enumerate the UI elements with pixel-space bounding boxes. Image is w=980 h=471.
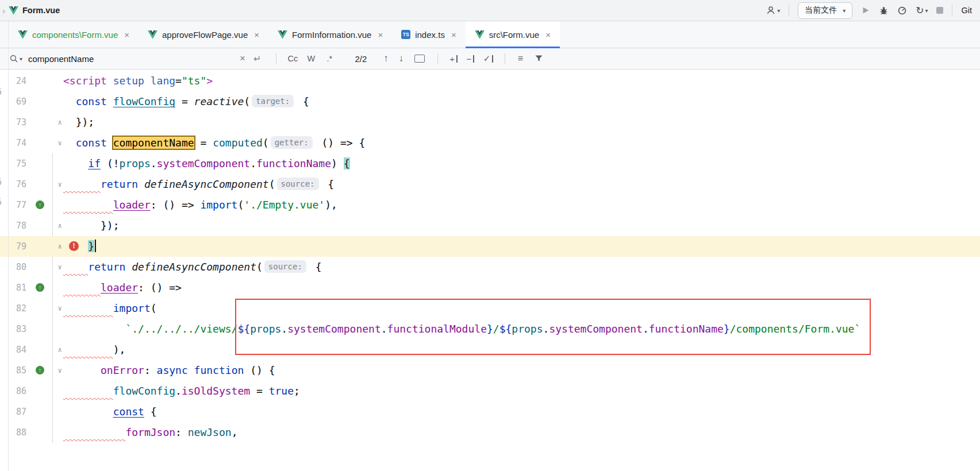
line-number: 88: [0, 422, 26, 443]
regex-toggle[interactable]: .*: [320, 54, 339, 63]
code-line-81[interactable]: 81↑ loader: () =>: [0, 277, 980, 298]
line-number: 24: [0, 71, 26, 91]
fold-marker-icon[interactable]: ∨: [55, 257, 64, 277]
code-line-24[interactable]: 24<script setup lang="ts">: [0, 71, 980, 91]
search-input[interactable]: componentName: [28, 54, 240, 64]
run-configuration-select[interactable]: 当前文件 ▾: [798, 2, 852, 19]
stop-button[interactable]: [936, 7, 943, 14]
adjacent-pane-line-number: 6: [0, 86, 2, 98]
gutter-green-marker-icon[interactable]: ↑: [36, 283, 44, 292]
multiline-toggle[interactable]: ≡: [518, 53, 523, 64]
code-line-69[interactable]: 69 const flowConfig = reactive(target: {: [0, 91, 980, 112]
vue-file-icon: [475, 30, 485, 39]
close-tab-icon[interactable]: ×: [545, 30, 551, 40]
line-number: 87: [0, 401, 26, 422]
code-line-80[interactable]: 80∨ return defineAsyncComponent(source: …: [0, 257, 980, 277]
fold-marker-icon[interactable]: ∨: [55, 298, 64, 319]
line-number: 76: [0, 174, 26, 195]
profiler-button[interactable]: [897, 6, 907, 16]
code-line-83[interactable]: 83 `./../../../views/${props.systemCompo…: [0, 319, 980, 339]
next-match-button[interactable]: ↓: [399, 53, 404, 64]
code-line-78[interactable]: 78∧ });: [0, 215, 980, 236]
fold-marker-icon[interactable]: ∧: [55, 112, 64, 133]
editor-pane[interactable]: 24<script setup lang="ts">69 const flowC…: [0, 70, 980, 470]
toolbar-divider: [952, 5, 952, 16]
search-icon[interactable]: ▾: [9, 54, 22, 63]
gutter-green-marker-icon[interactable]: ↑: [36, 366, 44, 375]
close-tab-icon[interactable]: ×: [254, 30, 259, 40]
code-line-73[interactable]: 73∧ });: [0, 112, 980, 133]
code-line-85[interactable]: 85∨↑ onError: async function () {: [0, 360, 980, 381]
fold-marker-icon[interactable]: ∨: [55, 360, 64, 381]
rerun-icon: ↻: [916, 6, 924, 16]
close-tab-icon[interactable]: ×: [378, 30, 383, 40]
clear-search-icon[interactable]: ×: [240, 53, 245, 64]
search-in-selection-icon[interactable]: [414, 55, 425, 63]
line-number: 78: [0, 215, 26, 236]
gutter-green-marker-icon[interactable]: ↑: [36, 200, 44, 209]
line-number: 74: [0, 133, 26, 153]
stop-icon: [936, 7, 943, 14]
git-widget[interactable]: Git: [961, 6, 972, 15]
vue-logo-icon: [9, 6, 18, 15]
close-tab-icon[interactable]: ×: [124, 30, 129, 40]
line-number: 85: [0, 360, 26, 381]
newline-icon[interactable]: ↵: [253, 53, 261, 64]
tab-label: FormInformation.vue: [292, 30, 371, 40]
code-text: flowConfig.isOldSystem = true;: [63, 385, 300, 397]
remove-occurrence-button[interactable]: −: [467, 54, 474, 64]
code-line-88[interactable]: 88 formJson: newJson,: [0, 422, 980, 443]
rerun-button[interactable]: ↻ ▾: [916, 6, 928, 16]
inline-error-icon[interactable]: !: [69, 241, 79, 251]
code-text: const flowConfig = reactive(target: {: [63, 95, 309, 107]
code-line-84[interactable]: 84∧ ),: [0, 339, 980, 360]
code-text: onError: async function () {: [63, 364, 275, 376]
add-occurrence-button[interactable]: +: [449, 54, 457, 64]
tab-src-form-vue[interactable]: src\Form.vue×: [466, 21, 560, 48]
code-text: <script setup lang="ts">: [63, 75, 213, 87]
search-filter-icon[interactable]: [535, 55, 543, 63]
code-line-87[interactable]: 87 const {: [0, 401, 980, 422]
tab-components-form-vue[interactable]: components\Form.vue×: [9, 21, 139, 48]
line-number: 77: [0, 195, 26, 215]
select-all-occurrences-button[interactable]: ✓: [483, 53, 493, 64]
code-line-75[interactable]: 75 if (!props.systemComponent.functionNa…: [0, 153, 980, 174]
adjacent-pane-line-number: 5: [0, 196, 2, 208]
code-line-79[interactable]: 79∧! }: [0, 236, 980, 257]
whole-words-toggle[interactable]: W: [302, 54, 320, 63]
close-tab-icon[interactable]: ×: [451, 30, 456, 40]
code-line-77[interactable]: 77↑ loader: () => import('./Empty.vue'),: [0, 195, 980, 215]
code-line-74[interactable]: 74∨ const componentName = computed(gette…: [0, 133, 980, 153]
fold-marker-icon[interactable]: ∨: [55, 174, 64, 195]
run-button[interactable]: [861, 6, 870, 15]
code-line-86[interactable]: 86 flowConfig.isOldSystem = true;: [0, 381, 980, 401]
line-number: 83: [0, 319, 26, 339]
line-number: 73: [0, 112, 26, 133]
code-text: import(: [63, 302, 157, 314]
split-pane-divider: [8, 21, 9, 471]
code-line-82[interactable]: 82∨ import(: [0, 298, 980, 319]
tab-approveflowpage-vue[interactable]: approveFlowPage.vue×: [139, 21, 268, 48]
line-number: 75: [0, 153, 26, 174]
fold-marker-icon[interactable]: ∧: [55, 236, 64, 257]
code-text: return defineAsyncComponent(source: {: [63, 261, 322, 273]
user-account-icon[interactable]: ▾: [766, 5, 780, 16]
tab-index-ts[interactable]: TSindex.ts×: [392, 21, 465, 48]
code-text: });: [63, 219, 120, 231]
adjacent-pane-line-number: 6: [0, 176, 2, 188]
window-file-title: Form.vue: [22, 6, 60, 15]
fold-marker-icon[interactable]: ∧: [55, 339, 64, 360]
code-area: 24<script setup lang="ts">69 const flowC…: [0, 70, 980, 470]
code-text: loader: () =>: [63, 281, 182, 294]
fold-marker-icon[interactable]: ∨: [55, 133, 64, 153]
debug-button[interactable]: [879, 6, 889, 16]
line-number: 69: [0, 91, 26, 112]
previous-match-button[interactable]: ↑: [383, 53, 389, 64]
tab-label: src\Form.vue: [489, 30, 540, 40]
tab-label: components\Form.vue: [32, 30, 118, 40]
match-case-toggle[interactable]: Cc: [283, 54, 302, 63]
fold-marker-icon[interactable]: ∧: [55, 215, 64, 236]
code-line-76[interactable]: 76∨ return defineAsyncComponent(source: …: [0, 174, 980, 195]
tab-forminformation-vue[interactable]: FormInformation.vue×: [268, 21, 392, 48]
chevron-down-icon: ▾: [843, 7, 846, 14]
